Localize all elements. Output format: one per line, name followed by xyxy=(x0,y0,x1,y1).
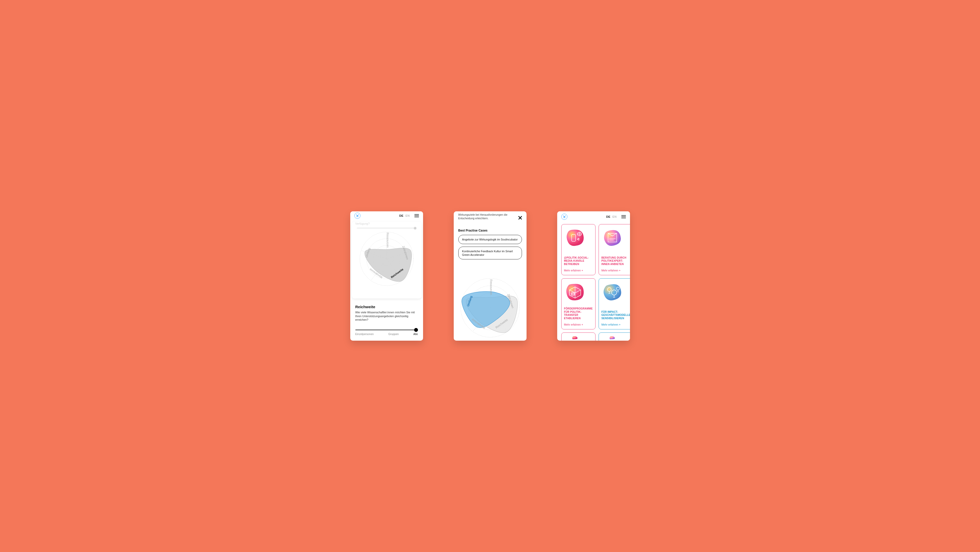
slider-label-2: Alle xyxy=(414,332,418,336)
card-more[interactable]: Mehr erfahren + xyxy=(601,269,630,272)
question-body: Wie viele Wissenschaftler:innen möchten … xyxy=(355,310,418,322)
language-switch[interactable]: DE EN xyxy=(399,214,410,217)
modal: Wirkungsziele bei Herausforderungen die … xyxy=(454,212,527,340)
slider-labels: Einzelpersonen Gruppen Alle xyxy=(355,332,418,336)
card-title: FÜR IMPACT-GESCHÄFTSMODELLE SENSIBILISIE… xyxy=(601,310,630,320)
screen-1: DE EN Verfügung? RessourcenZeitrahmenRei… xyxy=(350,212,423,340)
header: DE EN xyxy=(350,212,423,220)
card-3[interactable]: FÜR IMPACT-GESCHÄFTSMODELLE SENSIBILISIE… xyxy=(598,278,630,329)
question-heading: Reichweite xyxy=(355,305,418,309)
slider-knob[interactable] xyxy=(414,328,418,332)
ghost-previous-slider xyxy=(357,228,417,229)
card-1[interactable]: BERATUNG DURCH POLITIKEXPERT-INNEN ANBIE… xyxy=(598,224,630,275)
screen-2: Wirkungsziele bei Herausforderungen die … xyxy=(454,212,527,340)
card-0[interactable]: @POLITIK-SOCIAL-MEDIA-KANÄLE BETREIBEN M… xyxy=(561,224,595,275)
header: DE EN xyxy=(557,212,630,222)
case-pill-0[interactable]: Angebote zur Wirkungslogik im Soulincuba… xyxy=(458,235,522,244)
radar-chart: RessourcenZeitrahmenReichweiteInnovativi… xyxy=(352,223,422,292)
lang-de[interactable]: DE xyxy=(606,215,610,218)
radar-card: RessourcenZeitrahmenReichweiteInnovativi… xyxy=(352,221,422,299)
close-icon[interactable] xyxy=(517,215,523,221)
radar-chart: RessourcenZeitrahmenReichweiteInnovativi… xyxy=(454,263,527,340)
card-illustration-icon xyxy=(564,282,586,302)
intro-fragment: Wirkungsziele bei Herausforderungen die … xyxy=(454,212,527,221)
lang-en[interactable]: EN xyxy=(406,214,409,217)
case-pill-1[interactable]: Kontinuierliche Feedback Kultur im Smart… xyxy=(458,247,522,259)
svg-text:Ressourcen: Ressourcen xyxy=(490,280,493,295)
question-panel: Reichweite Wie viele Wissenschaftler:inn… xyxy=(350,299,423,340)
answer-slider[interactable]: Einzelpersonen Gruppen Alle xyxy=(355,329,418,336)
logo-icon xyxy=(561,214,567,220)
language-switch[interactable]: DE EN xyxy=(606,215,617,218)
slider-label-0: Einzelpersonen xyxy=(355,332,374,336)
cards-grid: @POLITIK-SOCIAL-MEDIA-KANÄLE BETREIBEN M… xyxy=(557,222,630,340)
ghost-previous-label: Verfügung? xyxy=(355,222,370,225)
card-2[interactable]: FÖRDERPROGRAMME FÜR POLITIK-TRANSFER ETA… xyxy=(561,278,595,329)
card-more[interactable]: Mehr erfahren + xyxy=(564,323,593,326)
slider-track[interactable] xyxy=(355,329,418,331)
card-more[interactable]: Mehr erfahren + xyxy=(564,269,593,272)
logo-icon xyxy=(354,213,361,219)
svg-text:Ressourcen: Ressourcen xyxy=(386,232,389,248)
menu-icon[interactable] xyxy=(621,215,626,218)
cases-heading: Best Practise Cases xyxy=(458,229,522,232)
card-illustration-icon xyxy=(564,228,586,247)
lang-en[interactable]: EN xyxy=(612,215,616,218)
screen-3: DE EN @POLITIK-SOCIAL-MEDIA-KANÄLE BETRE… xyxy=(557,212,630,340)
card-illustration-icon xyxy=(601,228,624,247)
card-title: FÖRDERPROGRAMME FÜR POLITIK-TRANSFER ETA… xyxy=(564,307,593,320)
card-stub[interactable] xyxy=(598,332,630,340)
lang-de[interactable]: DE xyxy=(399,214,403,217)
menu-icon[interactable] xyxy=(414,214,419,217)
card-title: BERATUNG DURCH POLITIKEXPERT-INNEN ANBIE… xyxy=(601,256,630,266)
slider-label-1: Gruppen xyxy=(388,332,399,336)
card-more[interactable]: Mehr erfahren + xyxy=(601,323,630,326)
card-illustration-icon xyxy=(564,336,586,339)
card-stub[interactable] xyxy=(561,332,595,340)
card-illustration-icon xyxy=(601,336,624,339)
card-title: @POLITIK-SOCIAL-MEDIA-KANÄLE BETREIBEN xyxy=(564,256,593,266)
card-illustration-icon xyxy=(601,282,624,302)
